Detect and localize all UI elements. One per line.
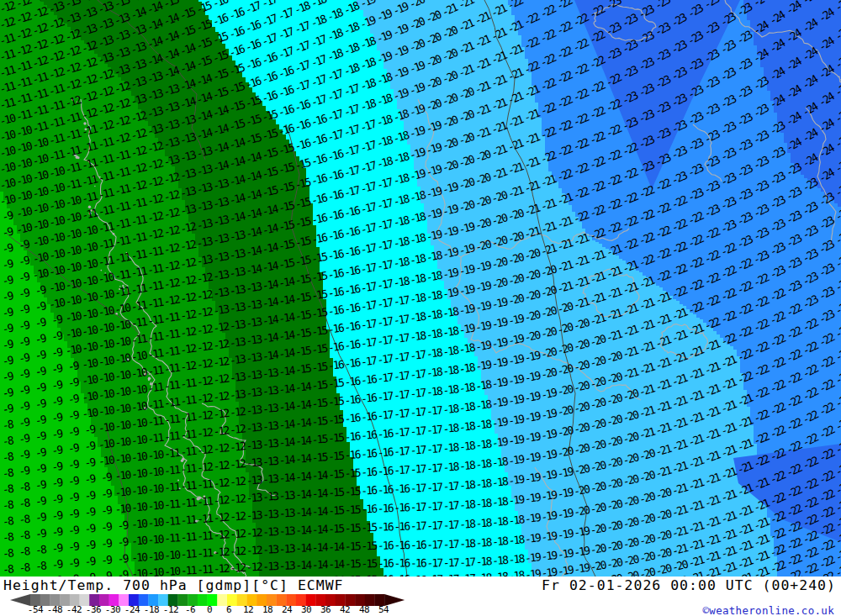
svg-text:-10: -10 (147, 465, 164, 479)
svg-text:-17: -17 (442, 499, 459, 513)
svg-text:-12: -12 (213, 389, 230, 403)
svg-text:-18: -18 (458, 439, 476, 453)
svg-text:-12: -12 (196, 322, 214, 337)
svg-text:-11: -11 (180, 479, 197, 493)
svg-text:-11: -11 (197, 529, 214, 543)
svg-text:-12: -12 (196, 426, 214, 440)
svg-text:-17: -17 (410, 405, 426, 419)
svg-text:-19: -19 (507, 433, 525, 448)
svg-text:-10: -10 (98, 371, 115, 386)
svg-text:-18: -18 (475, 555, 492, 568)
svg-text:-9: -9 (101, 570, 113, 577)
svg-text:-12: -12 (230, 475, 246, 488)
svg-text:-13: -13 (262, 560, 279, 573)
svg-text:-18: -18 (393, 274, 410, 289)
svg-text:-13: -13 (212, 303, 230, 318)
scale-tick-label: 30 (301, 604, 311, 615)
svg-text:-16: -16 (378, 557, 394, 570)
svg-text:-17: -17 (360, 335, 378, 350)
svg-text:-16: -16 (343, 338, 361, 352)
svg-text:-18: -18 (508, 533, 525, 547)
svg-text:-12: -12 (212, 355, 230, 369)
svg-text:-13: -13 (245, 280, 262, 295)
svg-text:-11: -11 (180, 496, 197, 510)
svg-text:-10: -10 (131, 534, 148, 547)
svg-text:-17: -17 (376, 277, 394, 292)
svg-text:-19: -19 (491, 395, 509, 410)
svg-text:-18: -18 (442, 324, 459, 340)
svg-text:-17: -17 (393, 293, 410, 308)
svg-text:-16: -16 (327, 321, 345, 335)
svg-text:-14: -14 (312, 541, 330, 555)
svg-text:-9: -9 (117, 519, 129, 532)
svg-text:-15: -15 (311, 378, 329, 392)
svg-text:-17: -17 (393, 350, 410, 364)
svg-text:-10: -10 (98, 337, 115, 352)
svg-text:-13: -13 (246, 386, 263, 400)
svg-text:-15: -15 (327, 376, 345, 391)
svg-text:-16: -16 (327, 358, 345, 372)
svg-text:-15: -15 (311, 396, 328, 410)
svg-text:-11: -11 (164, 514, 181, 528)
svg-text:-15: -15 (310, 306, 328, 321)
svg-text:-11: -11 (146, 380, 164, 394)
svg-text:-17: -17 (426, 442, 443, 455)
svg-text:-11: -11 (146, 296, 164, 311)
svg-text:-13: -13 (262, 455, 278, 469)
svg-text:-14: -14 (311, 523, 329, 536)
svg-text:-16: -16 (378, 539, 394, 551)
svg-text:-12: -12 (196, 340, 214, 354)
svg-text:-18: -18 (442, 382, 460, 397)
svg-text:-12: -12 (196, 271, 214, 286)
svg-text:-9: -9 (84, 571, 96, 577)
svg-text:-9: -9 (100, 537, 112, 550)
svg-text:-11: -11 (180, 564, 197, 577)
svg-text:-15: -15 (328, 467, 345, 481)
svg-text:-10: -10 (114, 485, 131, 499)
svg-text:-18: -18 (426, 366, 443, 380)
svg-text:-12: -12 (212, 320, 230, 335)
scale-tick-label: -24 (124, 604, 140, 615)
svg-text:-19: -19 (524, 511, 542, 525)
svg-text:-12: -12 (196, 374, 214, 388)
svg-text:-17: -17 (393, 387, 410, 402)
svg-text:-10: -10 (81, 356, 98, 371)
svg-text:-10: -10 (98, 354, 115, 369)
svg-text:-15: -15 (328, 449, 345, 462)
svg-text:-16: -16 (410, 556, 426, 569)
svg-text:-9: -9 (84, 538, 96, 551)
svg-text:-18: -18 (508, 513, 526, 527)
svg-text:-16: -16 (360, 409, 377, 424)
svg-text:-18: -18 (508, 552, 525, 566)
svg-text:-9: -9 (67, 556, 79, 570)
svg-text:-10: -10 (130, 466, 147, 481)
svg-text:-13: -13 (229, 387, 246, 402)
svg-text:-16: -16 (361, 503, 378, 516)
svg-text:-18: -18 (426, 288, 443, 303)
svg-text:-13: -13 (246, 403, 263, 418)
scale-tick-label: 0 (207, 604, 212, 615)
svg-text:-17: -17 (393, 331, 410, 345)
svg-text:-13: -13 (229, 282, 246, 297)
svg-text:-15: -15 (344, 503, 361, 517)
svg-text:-12: -12 (230, 545, 246, 558)
svg-text:-17: -17 (377, 389, 394, 403)
svg-text:-13: -13 (229, 335, 246, 350)
svg-text:-17: -17 (376, 314, 394, 329)
svg-text:-10: -10 (114, 419, 132, 433)
svg-text:-11: -11 (146, 329, 164, 345)
svg-text:-16: -16 (360, 391, 377, 405)
svg-text:-16: -16 (377, 464, 394, 477)
svg-text:-10: -10 (147, 566, 164, 577)
svg-text:-12: -12 (213, 476, 230, 490)
svg-text:-12: -12 (196, 461, 213, 475)
svg-text:-10: -10 (130, 349, 148, 364)
svg-text:-12: -12 (213, 424, 230, 438)
svg-text:-16: -16 (344, 411, 361, 425)
svg-text:-14: -14 (294, 416, 312, 430)
svg-text:-14: -14 (311, 468, 329, 482)
svg-text:-16: -16 (394, 557, 410, 570)
svg-text:-17: -17 (426, 403, 442, 418)
svg-text:-17: -17 (459, 555, 476, 569)
svg-text:-14: -14 (278, 435, 296, 450)
